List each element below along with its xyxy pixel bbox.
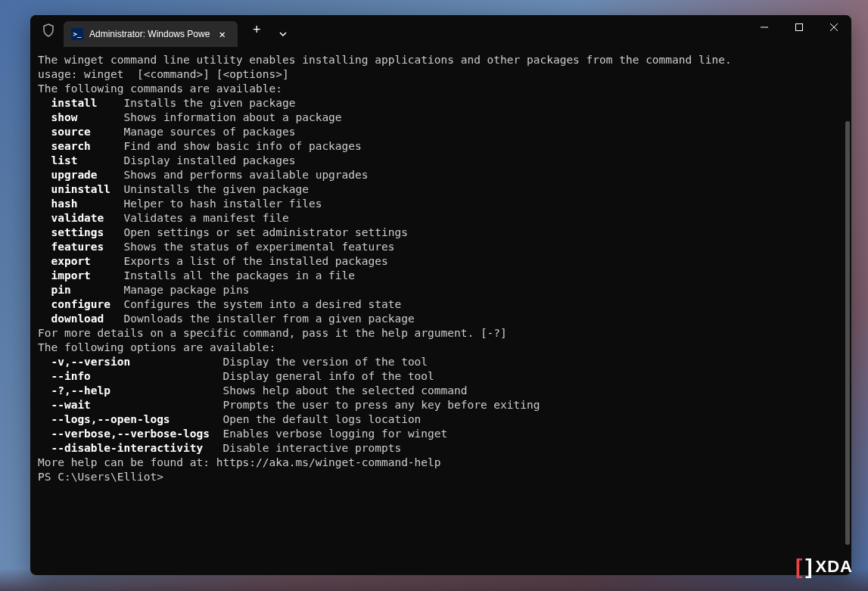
active-tab[interactable]: >_ Administrator: Windows Powe ✕	[64, 21, 238, 47]
terminal-line: configure Configures the system into a d…	[38, 297, 844, 312]
terminal-line: hash Helper to hash installer files	[38, 197, 844, 211]
terminal-line: -?,--help Shows help about the selected …	[38, 384, 844, 398]
terminal-line: validate Validates a manifest file	[38, 211, 844, 226]
xda-watermark: [ ] XDA	[795, 555, 853, 579]
tab-title: Administrator: Windows Powe	[89, 29, 215, 39]
terminal-line: download Downloads the installer from a …	[38, 312, 844, 326]
terminal-line: usage: winget [<command>] [<options>]	[38, 67, 844, 82]
terminal-line: install Installs the given package	[38, 96, 844, 110]
terminal-line: --logs,--open-logs Open the default logs…	[38, 412, 844, 427]
terminal-line: --verbose,--verbose-logs Enables verbose…	[38, 427, 844, 441]
new-tab-button[interactable]: +	[242, 16, 272, 44]
titlebar: >_ Administrator: Windows Powe ✕ +	[30, 15, 851, 47]
terminal-line: features Shows the status of experimenta…	[38, 240, 844, 254]
terminal-line: The following commands are available:	[38, 82, 844, 96]
tab-close-button[interactable]: ✕	[215, 26, 230, 42]
terminal-line: For more details on a specific command, …	[38, 326, 844, 341]
xda-logo-text: XDA	[816, 557, 853, 577]
admin-shield-icon	[39, 21, 58, 39]
close-button[interactable]	[817, 15, 851, 39]
bracket-icon: [	[795, 555, 802, 579]
terminal-line: export Exports a list of the installed p…	[38, 254, 844, 269]
terminal-line: -v,--version Display the version of the …	[38, 355, 844, 369]
terminal-line: pin Manage package pins	[38, 283, 844, 297]
powershell-icon: >_	[71, 28, 83, 40]
terminal-line: import Installs all the packages in a fi…	[38, 269, 844, 283]
terminal-window: >_ Administrator: Windows Powe ✕ + The w…	[30, 15, 851, 575]
minimize-button[interactable]	[747, 15, 782, 39]
terminal-output[interactable]: The winget command line utility enables …	[30, 47, 851, 575]
window-controls	[747, 15, 851, 47]
terminal-line: --disable-interactivity Disable interact…	[38, 441, 844, 456]
terminal-line: The winget command line utility enables …	[38, 53, 844, 67]
terminal-line: settings Open settings or set administra…	[38, 226, 844, 240]
terminal-line: More help can be found at: https://aka.m…	[38, 456, 844, 470]
terminal-line: upgrade Shows and performs available upg…	[38, 168, 844, 182]
bracket-icon: ]	[805, 555, 812, 579]
terminal-line: --info Display general info of the tool	[38, 369, 844, 384]
terminal-line: list Display installed packages	[38, 154, 844, 168]
scrollbar[interactable]	[845, 121, 850, 545]
terminal-line: search Find and show basic info of packa…	[38, 139, 844, 154]
terminal-line: --wait Prompts the user to press any key…	[38, 398, 844, 412]
terminal-line: PS C:\Users\Elliot>	[38, 470, 844, 484]
terminal-line: show Shows information about a package	[38, 110, 844, 125]
tab-dropdown-button[interactable]	[272, 23, 294, 44]
terminal-line: uninstall Uninstalls the given package	[38, 182, 844, 197]
terminal-line: The following options are available:	[38, 341, 844, 355]
svg-rect-1	[796, 24, 803, 31]
terminal-line: source Manage sources of packages	[38, 125, 844, 139]
maximize-button[interactable]	[782, 15, 817, 39]
